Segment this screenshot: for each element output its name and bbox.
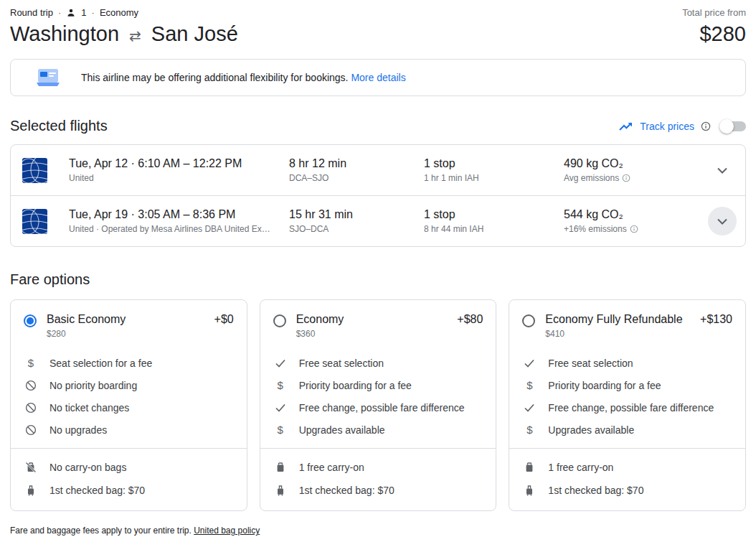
- flight-co2: 490 kg CO₂: [564, 157, 708, 170]
- flight-co2: 544 kg CO₂: [564, 208, 708, 221]
- checked-bag-icon: [273, 485, 288, 496]
- feature-text: No ticket changes: [49, 402, 129, 414]
- fare-name: Economy Fully Refundable: [545, 313, 682, 326]
- fare-radio[interactable]: [24, 314, 37, 327]
- list-item: $ Priority boarding for a fee: [273, 374, 483, 396]
- flight-airline: United · Operated by Mesa Airlines DBA U…: [69, 224, 282, 234]
- flight-stop-detail: 8 hr 44 min IAH: [424, 224, 564, 234]
- fare-name: Basic Economy: [47, 313, 126, 326]
- dollar-icon: $: [522, 424, 537, 436]
- flexibility-banner: This airline may be offering additional …: [10, 59, 746, 96]
- dollar-icon: $: [273, 379, 288, 391]
- fare-card-economy[interactable]: Economy $360 +$80 Free seat selection $: [260, 299, 497, 511]
- page-title: Washington ⇄ San José: [10, 22, 238, 46]
- total-price-label: Total price from: [682, 7, 746, 18]
- fare-price-delta: +$130: [700, 313, 732, 326]
- feature-text: Free change, possible fare difference: [299, 402, 465, 414]
- list-item: $ Priority boarding for a fee: [522, 374, 732, 396]
- flight-route: SJO–DCA: [289, 224, 424, 234]
- feature-text: Free seat selection: [548, 358, 633, 369]
- not-available-icon: [24, 424, 38, 436]
- selected-flights-list: Tue, Apr 12 · 6:10 AM – 12:22 PM United …: [10, 144, 746, 247]
- passenger-count: 1: [81, 7, 86, 18]
- bag-policy-link[interactable]: United bag policy: [194, 526, 260, 536]
- toggle-knob: [719, 119, 734, 134]
- fare-card-economy-fully-refundable[interactable]: Economy Fully Refundable $410 +$130 Free…: [509, 299, 746, 511]
- flight-datetime: Tue, Apr 19 · 3:05 AM – 8:36 PM: [69, 208, 282, 221]
- not-available-icon: [24, 380, 38, 391]
- chevron-down-icon: [717, 218, 727, 225]
- track-prices-toggle[interactable]: [722, 121, 746, 131]
- flight-emissions-note: Avg emissions: [564, 173, 619, 183]
- separator-dot: ·: [58, 7, 61, 18]
- list-item: Free seat selection: [273, 352, 483, 374]
- flight-row-return[interactable]: Tue, Apr 19 · 3:05 AM – 8:36 PM United ·…: [11, 195, 745, 246]
- list-item: No priority boarding: [24, 374, 234, 396]
- feature-text: Priority boarding for a fee: [299, 380, 412, 391]
- flight-duration: 8 hr 12 min: [289, 157, 424, 170]
- passenger-icon: [66, 8, 76, 18]
- flight-row-outbound[interactable]: Tue, Apr 12 · 6:10 AM – 12:22 PM United …: [11, 145, 745, 195]
- flexible-booking-icon: [33, 66, 63, 89]
- fees-note: Fare and baggage fees apply to your enti…: [10, 526, 192, 536]
- more-details-link[interactable]: More details: [351, 72, 405, 83]
- list-item: Free change, possible fare difference: [273, 396, 483, 419]
- expand-flight-button[interactable]: [708, 207, 737, 235]
- flight-duration: 15 hr 31 min: [289, 208, 424, 221]
- list-item: 1 free carry-on: [522, 456, 732, 479]
- trending-up-icon: [619, 121, 633, 132]
- baggage-list: 1 free carry-on 1st checked bag: $70: [509, 449, 745, 510]
- baggage-text: No carry-on bags: [49, 462, 126, 473]
- fare-card-basic-economy[interactable]: Basic Economy $280 +$0 $ Seat selection …: [10, 299, 247, 511]
- list-item: $ Upgrades available: [522, 419, 732, 441]
- united-airlines-logo: [22, 209, 47, 234]
- check-icon: [273, 358, 288, 369]
- dollar-icon: $: [273, 424, 288, 436]
- cabin-class-label: Economy: [100, 7, 138, 18]
- feature-text: Seat selection for a fee: [49, 358, 152, 369]
- list-item: Free seat selection: [522, 352, 732, 374]
- flight-results-page: Round trip · 1 · Economy Washington ⇄ Sa…: [0, 0, 756, 537]
- fare-price-delta: +$0: [214, 313, 234, 326]
- checked-bag-icon: [522, 485, 537, 496]
- origin-city: Washington: [10, 22, 119, 46]
- dollar-icon: $: [24, 357, 38, 369]
- trip-summary-header: Round trip · 1 · Economy Washington ⇄ Sa…: [10, 7, 746, 46]
- list-item: $ Seat selection for a fee: [24, 352, 234, 374]
- fare-name: Economy: [296, 313, 344, 326]
- selected-flights-section: Selected flights Track prices: [10, 118, 746, 247]
- fare-radio[interactable]: [522, 314, 535, 327]
- info-icon[interactable]: [622, 174, 630, 182]
- chevron-down-icon: [717, 167, 727, 174]
- baggage-list: No carry-on bags 1st checked bag: $70: [11, 449, 247, 510]
- info-icon[interactable]: [701, 121, 711, 131]
- fare-price: $280: [47, 329, 126, 339]
- check-icon: [522, 358, 537, 369]
- check-icon: [273, 402, 288, 414]
- baggage-text: 1 free carry-on: [299, 462, 364, 473]
- feature-text: Free seat selection: [299, 358, 384, 369]
- feature-text: No priority boarding: [49, 380, 137, 391]
- check-icon: [522, 402, 537, 414]
- list-item: 1st checked bag: $70: [24, 479, 234, 502]
- banner-message-text: This airline may be offering additional …: [81, 72, 349, 83]
- track-prices-label: Track prices: [640, 121, 694, 132]
- selected-flights-title: Selected flights: [10, 118, 108, 134]
- fare-radio[interactable]: [273, 314, 286, 327]
- trip-type-label: Round trip: [10, 7, 53, 18]
- feature-text: Upgrades available: [299, 424, 385, 436]
- list-item: 1st checked bag: $70: [273, 479, 483, 502]
- fare-price: $410: [545, 329, 682, 339]
- expand-flight-button[interactable]: [708, 156, 737, 185]
- fees-footer: Fare and baggage fees apply to your enti…: [10, 526, 746, 536]
- info-icon[interactable]: [630, 225, 638, 233]
- flight-stops: 1 stop: [424, 208, 564, 221]
- list-item: Free change, possible fare difference: [522, 396, 732, 419]
- baggage-text: 1st checked bag: $70: [49, 485, 145, 496]
- fare-feature-list: $ Seat selection for a fee No priority b…: [11, 347, 247, 448]
- feature-text: Upgrades available: [548, 424, 634, 436]
- checked-bag-icon: [24, 485, 38, 496]
- united-airlines-logo: [22, 158, 47, 183]
- carry-on-icon: [522, 462, 537, 473]
- baggage-list: 1 free carry-on 1st checked bag: $70: [260, 449, 496, 510]
